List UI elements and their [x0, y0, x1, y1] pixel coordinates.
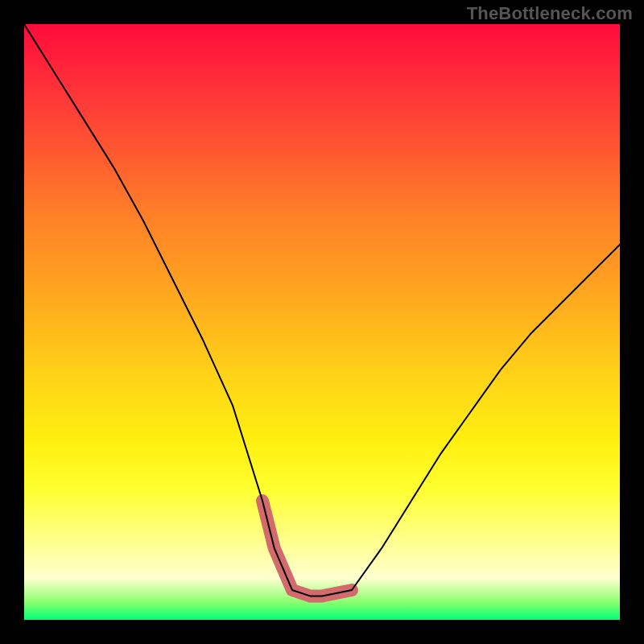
watermark-text: TheBottleneck.com: [467, 3, 633, 24]
curve-layer: [24, 24, 620, 620]
highlight-segment: [262, 501, 352, 596]
chart-frame: TheBottleneck.com: [0, 0, 644, 644]
plot-area: [24, 24, 620, 620]
bottleneck-curve: [24, 24, 620, 596]
